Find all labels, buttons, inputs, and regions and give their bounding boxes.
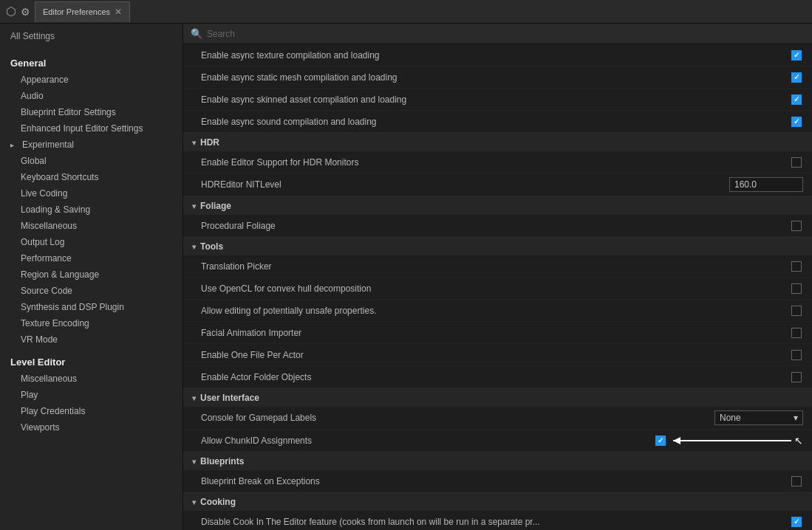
sidebar-item-appearance[interactable]: Appearance xyxy=(0,72,182,88)
setting-label: Disable Cook In The Editor feature (cook… xyxy=(201,517,714,527)
setting-row: Blueprint Break on Exceptions xyxy=(183,470,812,492)
setting-label: Allow ChunkID Assignments xyxy=(201,436,654,446)
checkbox[interactable] xyxy=(791,72,802,83)
checkbox-wrapper[interactable] xyxy=(790,326,803,340)
setting-label: Blueprint Break on Exceptions xyxy=(201,476,714,486)
sidebar-item-loading-saving[interactable]: Loading & Saving xyxy=(0,202,182,218)
setting-row: HDREditor NITLevel xyxy=(183,173,812,196)
setting-control xyxy=(714,348,803,362)
setting-control xyxy=(714,156,803,169)
chevron-down-icon: ▾ xyxy=(794,413,798,423)
checkbox[interactable] xyxy=(791,328,802,338)
all-settings-link[interactable]: All Settings xyxy=(0,24,182,49)
checkbox-wrapper[interactable] xyxy=(790,93,803,106)
sidebar-item-level-miscellaneous[interactable]: Miscellaneous xyxy=(0,371,182,387)
checkbox[interactable] xyxy=(791,94,802,105)
sidebar-item-region-language[interactable]: Region & Language xyxy=(0,266,182,283)
sidebar-item-live-coding[interactable]: Live Coding xyxy=(0,185,182,202)
checkbox[interactable] xyxy=(791,350,802,360)
title-bar: ⬡ ⚙ Editor Preferences ✕ xyxy=(0,0,812,24)
checkbox-wrapper[interactable] xyxy=(790,156,803,169)
hdr-nit-level-input[interactable] xyxy=(729,177,803,192)
cooking-section-header: ▾ Cooking xyxy=(183,493,812,511)
editor-preferences-tab[interactable]: Editor Preferences ✕ xyxy=(35,1,130,22)
dropdown-value: None xyxy=(720,413,741,423)
sidebar-item-experimental[interactable]: ▸ Experimental xyxy=(0,137,182,153)
hdr-section: ▾ HDR Enable Editor Support for HDR Moni… xyxy=(183,134,812,197)
checkbox[interactable] xyxy=(791,50,802,61)
checkbox[interactable] xyxy=(791,283,802,294)
setting-label: Enable Actor Folder Objects xyxy=(201,372,714,382)
checkbox-wrapper[interactable] xyxy=(790,71,803,84)
sidebar-item-viewports[interactable]: Viewports xyxy=(0,419,182,436)
tab-close-button[interactable]: ✕ xyxy=(115,7,122,17)
section-title: HDR xyxy=(200,137,219,148)
setting-row: Disable Cook In The Editor feature (cook… xyxy=(183,511,812,530)
sidebar-item-keyboard-shortcuts[interactable]: Keyboard Shortcuts xyxy=(0,169,182,185)
sidebar-item-enhanced-input[interactable]: Enhanced Input Editor Settings xyxy=(0,120,182,137)
checkbox[interactable] xyxy=(655,436,666,446)
checkbox-wrapper[interactable] xyxy=(790,260,803,273)
sidebar-item-performance[interactable]: Performance xyxy=(0,250,182,266)
arrow-line xyxy=(673,440,791,441)
main-layout: All Settings General Appearance Audio Bl… xyxy=(0,24,812,530)
checkbox[interactable] xyxy=(791,157,802,168)
setting-label: Facial Animation Importer xyxy=(201,328,714,338)
sidebar-item-audio[interactable]: Audio xyxy=(0,88,182,104)
setting-row: Enable async texture compilation and loa… xyxy=(183,44,812,66)
checkbox-wrapper[interactable] xyxy=(790,304,803,317)
setting-control xyxy=(714,260,803,273)
checkbox-wrapper[interactable] xyxy=(790,115,803,128)
tools-section: ▾ Tools Translation Picker Use OpenCL fo… xyxy=(183,238,812,389)
sidebar-item-play-credentials[interactable]: Play Credentials xyxy=(0,403,182,419)
setting-row: Enable Editor Support for HDR Monitors xyxy=(183,151,812,173)
chevron-down-icon: ▾ xyxy=(192,243,196,251)
setting-row: Procedural Foliage xyxy=(183,215,812,237)
checkbox-wrapper[interactable] xyxy=(790,49,803,62)
checkbox[interactable] xyxy=(791,372,802,382)
foliage-section-header: ▾ Foliage xyxy=(183,197,812,215)
checkbox-wrapper[interactable] xyxy=(654,434,667,447)
checkbox[interactable] xyxy=(791,261,802,272)
checkbox-wrapper[interactable] xyxy=(790,282,803,295)
checkbox[interactable] xyxy=(791,306,802,316)
settings-content: Enable async texture compilation and loa… xyxy=(183,44,812,530)
console-gamepad-dropdown[interactable]: None ▾ xyxy=(714,410,803,425)
sidebar-item-global[interactable]: Global xyxy=(0,153,182,169)
search-input[interactable] xyxy=(207,29,805,39)
checkbox-wrapper[interactable] xyxy=(790,515,803,529)
sidebar-item-blueprint-editor-settings[interactable]: Blueprint Editor Settings xyxy=(0,104,182,120)
checkbox-wrapper[interactable] xyxy=(790,348,803,362)
setting-row: Translation Picker xyxy=(183,255,812,278)
setting-label: Enable async texture compilation and loa… xyxy=(201,50,714,61)
setting-control xyxy=(714,282,803,295)
setting-label: Allow editing of potentially unsafe prop… xyxy=(201,306,714,316)
sidebar-item-vr-mode[interactable]: VR Mode xyxy=(0,331,182,348)
sidebar-item-source-code[interactable]: Source Code xyxy=(0,283,182,299)
expand-arrow-icon: ▸ xyxy=(10,141,19,149)
setting-row: Enable async static mesh compilation and… xyxy=(183,66,812,89)
chevron-down-icon: ▾ xyxy=(192,139,196,147)
setting-row: Enable Actor Folder Objects xyxy=(183,366,812,388)
setting-control xyxy=(714,71,803,84)
checkbox-wrapper[interactable] xyxy=(790,475,803,488)
sidebar-item-texture-encoding[interactable]: Texture Encoding xyxy=(0,315,182,331)
checkbox[interactable] xyxy=(791,117,802,127)
sidebar-item-play[interactable]: Play xyxy=(0,387,182,403)
setting-row: Facial Animation Importer xyxy=(183,322,812,344)
setting-label: Use OpenCL for convex hull decomposition xyxy=(201,283,714,294)
section-title: Foliage xyxy=(200,201,231,211)
content-area: 🔍 Enable async texture compilation and l… xyxy=(183,24,812,530)
checkbox[interactable] xyxy=(791,221,802,231)
sidebar-item-output-log[interactable]: Output Log xyxy=(0,234,182,250)
sidebar-item-synthesis-dsp[interactable]: Synthesis and DSP Plugin xyxy=(0,299,182,315)
sidebar-item-miscellaneous[interactable]: Miscellaneous xyxy=(0,218,182,234)
setting-control xyxy=(714,326,803,340)
checkbox[interactable] xyxy=(791,476,802,486)
checkbox-wrapper[interactable] xyxy=(790,371,803,384)
checkbox-wrapper[interactable] xyxy=(790,219,803,233)
foliage-section: ▾ Foliage Procedural Foliage xyxy=(183,197,812,238)
sidebar: All Settings General Appearance Audio Bl… xyxy=(0,24,183,530)
checkbox[interactable] xyxy=(791,517,802,527)
setting-label: Translation Picker xyxy=(201,261,714,272)
